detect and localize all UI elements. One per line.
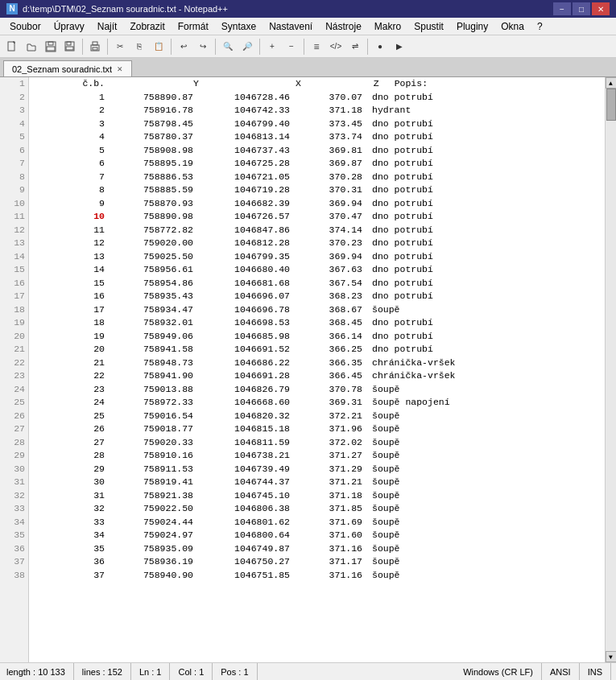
copy-button[interactable]: ⎘ (130, 38, 148, 56)
table-row: 10758890.981046726.57370.47dno potrubí (32, 210, 602, 224)
scroll-down-button[interactable]: ▼ (606, 651, 617, 662)
table-row: 11758772.821046847.86374.14dno potrubí (32, 224, 602, 237)
scrollbar-track (606, 89, 617, 651)
tab-bar: 02_Seznam souradnic.txt ✕ (0, 58, 616, 77)
table-row: 17758934.471046696.78368.67šoupě (32, 303, 602, 317)
status-right: Windows (CR LF) ANSI INS (461, 663, 611, 681)
menu-spustit[interactable]: Spustit (407, 18, 450, 35)
table-row: 4758780.371046813.14373.74dno potrubí (32, 130, 602, 144)
toolbar-sep-4 (215, 39, 216, 55)
menu-nastaveni[interactable]: Nastavení (263, 18, 319, 35)
svg-rect-9 (93, 42, 97, 45)
menu-zobrazit[interactable]: Zobrazit (123, 18, 171, 35)
toolbar-sep-3 (171, 39, 172, 55)
svg-rect-0 (8, 42, 14, 51)
zoom-in-button[interactable]: + (263, 38, 281, 56)
table-row: 36758936.191046750.27371.17šoupě (32, 555, 602, 569)
table-row: 15758954.861046681.68367.54dno potrubí (32, 277, 602, 291)
menu-pluginy[interactable]: Pluginy (450, 18, 494, 35)
title-bar: N d:\temp\DTM\02_Seznam souradnic.txt - … (0, 0, 616, 18)
scrollbar-thumb[interactable] (606, 89, 616, 121)
table-row: 2758916.781046742.33371.18hydrant (32, 104, 602, 117)
menu-syntaxe[interactable]: Syntaxe (215, 18, 263, 35)
code-editor[interactable]: č.b. Y X Z Popis: 1758890.871046728.4637… (29, 77, 605, 662)
paste-button[interactable]: 📋 (150, 38, 167, 56)
table-row: 31758921.381046745.10371.18šoupě (32, 489, 602, 503)
toolbar: ✂ ⎘ 📋 ↩ ↪ 🔍 🔎 + − ≡ </> ⇌ ● ▶ (0, 35, 616, 58)
table-row: 25759016.541046820.32372.21šoupě (32, 410, 602, 423)
header-y: Y (110, 77, 199, 91)
menu-upravy[interactable]: Úpravy (48, 18, 91, 35)
table-row: 20758941.581046691.52366.25dno potrubí (32, 343, 602, 356)
macro-rec-button[interactable]: ● (371, 38, 389, 56)
table-row: 37758940.901046751.85371.16šoupě (32, 569, 602, 583)
menu-help[interactable]: ? (531, 18, 549, 35)
tab-file[interactable]: 02_Seznam souradnic.txt ✕ (3, 60, 132, 76)
new-button[interactable] (3, 38, 21, 56)
redo-button[interactable]: ↪ (194, 38, 212, 56)
table-row: 5758908.981046737.43369.81dno potrubí (32, 144, 602, 158)
tab-close-button[interactable]: ✕ (117, 65, 123, 73)
table-row: 3758798.451046799.40373.45dno potrubí (32, 117, 602, 131)
table-row: 16758935.431046696.07368.23dno potrubí (32, 290, 602, 303)
table-row: 8758885.591046719.28370.31dno potrubí (32, 183, 602, 197)
print-button[interactable] (86, 38, 104, 56)
status-col: Col : 1 (170, 663, 213, 681)
table-row: 27759020.331046811.59372.02šoupě (32, 436, 602, 450)
header-line: č.b. Y X Z Popis: (32, 77, 602, 91)
line-numbers: 1 23456789101112131415161718192021222324… (0, 77, 29, 662)
toolbar-sep-1 (82, 39, 83, 55)
menu-format[interactable]: Formát (172, 18, 215, 35)
table-row: 28758910.161046738.21371.27šoupě (32, 449, 602, 463)
toolbar-sep-5 (259, 39, 260, 55)
status-eol: Windows (CR LF) (461, 663, 542, 681)
wrap-button[interactable]: ⇌ (346, 38, 364, 56)
menu-najit[interactable]: Najít (91, 18, 124, 35)
status-lines: lines : 152 (74, 663, 131, 681)
table-row: 35758935.091046749.87371.16šoupě (32, 542, 602, 556)
macro-play-button[interactable]: ▶ (391, 38, 408, 56)
indent-button[interactable]: ≡ (308, 38, 325, 56)
undo-button[interactable]: ↩ (175, 38, 192, 56)
open-button[interactable] (23, 38, 40, 56)
svg-rect-7 (66, 47, 73, 50)
minimize-button[interactable]: − (553, 2, 571, 15)
table-row: 19758949.061046685.98366.14dno potrubí (32, 330, 602, 344)
scrollbar[interactable]: ▲ ▼ (605, 77, 616, 662)
table-row: 22758941.901046691.28366.45chránička-vrš… (32, 369, 602, 383)
status-pos: Pos : 1 (213, 663, 257, 681)
find-button[interactable]: 🔍 (219, 38, 237, 56)
table-row: 30758919.411046744.37371.21šoupě (32, 476, 602, 489)
table-row: 1758890.871046728.46370.07dno potrubí (32, 91, 602, 105)
status-ins: INS (580, 663, 611, 681)
table-row: 12759020.001046812.28370.23dno potrubí (32, 237, 602, 250)
save-all-button[interactable] (61, 38, 79, 56)
menu-soubor[interactable]: Soubor (3, 18, 48, 35)
status-ln: Ln : 1 (131, 663, 171, 681)
title-text: d:\temp\DTM\02_Seznam souradnic.txt - No… (23, 4, 553, 14)
scroll-up-button[interactable]: ▲ (606, 77, 617, 89)
title-controls: − □ ✕ (553, 2, 610, 15)
code-button[interactable]: </> (327, 38, 345, 56)
status-length: length : 10 133 (5, 663, 74, 681)
close-button[interactable]: ✕ (592, 2, 610, 15)
zoom-out-button[interactable]: − (283, 38, 300, 56)
menu-okna[interactable]: Okna (494, 18, 531, 35)
menu-nastroje[interactable]: Nástroje (319, 18, 368, 35)
table-row: 6758895.191046725.28369.87dno potrubí (32, 157, 602, 171)
menu-bar: Soubor Úpravy Najít Zobrazit Formát Synt… (0, 18, 616, 35)
menu-makro[interactable]: Makro (368, 18, 407, 35)
cut-button[interactable]: ✂ (111, 38, 129, 56)
table-row: 18758932.011046698.53368.45dno potrubí (32, 316, 602, 330)
table-row: 23759013.881046826.79370.78šoupě (32, 383, 602, 397)
save-button[interactable] (42, 38, 60, 56)
status-encoding: ANSI (542, 663, 580, 681)
find-replace-button[interactable]: 🔎 (238, 38, 256, 56)
svg-rect-10 (93, 47, 97, 50)
maximize-button[interactable]: □ (573, 2, 590, 15)
table-row: 7758886.531046721.05370.28dno potrubí (32, 171, 602, 184)
table-row: 24758972.331046668.60369.31šoupě napojen… (32, 396, 602, 410)
header-x: X (205, 77, 301, 91)
app-icon: N (6, 3, 18, 14)
tab-label: 02_Seznam souradnic.txt (12, 64, 112, 74)
